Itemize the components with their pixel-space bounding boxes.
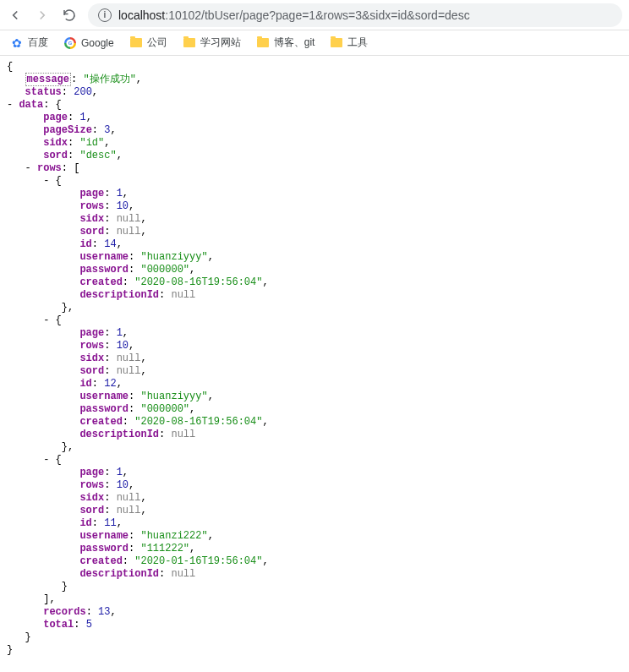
- bookmark-folder[interactable]: 学习网站: [183, 36, 241, 50]
- folder-icon: [129, 36, 143, 50]
- folder-icon: [183, 36, 196, 50]
- bookmark-label: 工具: [347, 36, 368, 50]
- folder-icon: [256, 36, 270, 50]
- bookmark-folder[interactable]: 工具: [330, 36, 368, 50]
- bookmark-label: 公司: [147, 36, 167, 50]
- back-button[interactable]: [7, 7, 24, 24]
- baidu-icon: ✿: [10, 36, 24, 50]
- url-text: localhost:10102/tbUser/page?page=1&rows=…: [118, 8, 470, 22]
- bookmark-baidu[interactable]: ✿ 百度: [10, 36, 48, 50]
- reload-button[interactable]: [61, 7, 78, 24]
- bookmark-label: 学习网站: [200, 36, 241, 50]
- bookmark-label: 博客、git: [274, 36, 315, 50]
- bookmark-folder[interactable]: 博客、git: [256, 36, 315, 50]
- json-viewer: { message: "操作成功", status: 200, - data: …: [0, 56, 629, 662]
- google-icon: [63, 36, 77, 50]
- folder-icon: [330, 36, 343, 50]
- bookmark-folder[interactable]: 公司: [129, 36, 167, 50]
- bookmarks-bar: ✿ 百度 Google 公司 学习网站 博客、git 工具: [0, 30, 629, 56]
- bookmark-google[interactable]: Google: [63, 36, 114, 50]
- url-bar[interactable]: i localhost:10102/tbUser/page?page=1&row…: [88, 3, 622, 27]
- bookmark-label: Google: [81, 37, 114, 49]
- browser-toolbar: i localhost:10102/tbUser/page?page=1&row…: [0, 0, 629, 30]
- site-info-icon[interactable]: i: [98, 8, 112, 22]
- bookmark-label: 百度: [28, 36, 48, 50]
- forward-button[interactable]: [34, 7, 51, 24]
